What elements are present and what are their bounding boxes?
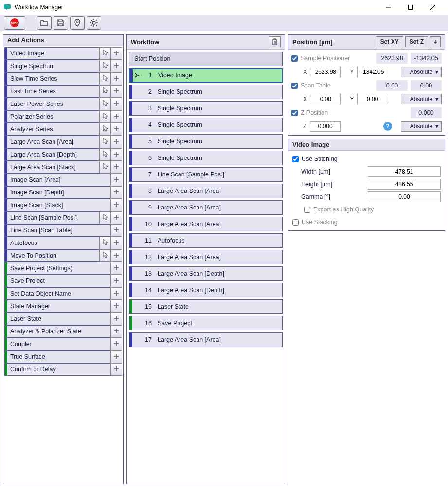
action-item[interactable]: Laser State <box>4 313 111 325</box>
workflow-step[interactable]: 6Single Spectrum <box>129 151 283 165</box>
action-item[interactable]: Image Scan [Stack] <box>4 199 111 211</box>
action-item[interactable]: Autofocus <box>4 237 100 249</box>
action-item[interactable]: Confirm or Delay <box>4 363 111 376</box>
open-button[interactable] <box>37 16 52 30</box>
delete-step-button[interactable] <box>269 36 281 47</box>
vi-height-input[interactable] <box>368 179 441 190</box>
pick-position-button[interactable] <box>99 60 111 72</box>
help-icon[interactable]: ? <box>383 122 392 131</box>
workflow-step[interactable]: 5Single Spectrum <box>129 134 283 149</box>
sample-positioner-y-input[interactable] <box>357 67 388 77</box>
add-action-button[interactable] <box>110 363 122 376</box>
add-action-button[interactable] <box>110 300 122 313</box>
scan-table-checkbox[interactable] <box>291 83 298 89</box>
workflow-step[interactable]: 15Laser State <box>129 299 283 314</box>
workflow-step[interactable]: 8Large Area Scan [Area] <box>129 184 283 198</box>
pick-position-button[interactable] <box>99 47 111 60</box>
workflow-step[interactable]: 12Large Area Scan [Area] <box>129 250 283 264</box>
workflow-step[interactable]: 16Save Project <box>129 316 283 330</box>
pick-position-button[interactable] <box>99 110 111 123</box>
workflow-step[interactable]: 9Large Area Scan [Area] <box>129 200 283 215</box>
action-item[interactable]: Large Area Scan [Area] <box>4 136 100 148</box>
action-item[interactable]: Polarizer Series <box>4 110 100 123</box>
pick-position-button[interactable] <box>99 148 111 161</box>
vi-width-input[interactable] <box>368 166 441 177</box>
action-item[interactable]: Line Scan [Scan Table] <box>4 224 111 237</box>
add-action-button[interactable] <box>110 224 122 237</box>
sample-positioner-mode-select[interactable]: Absolute ▾ <box>401 67 442 77</box>
pick-position-button[interactable] <box>99 98 111 110</box>
workflow-step[interactable]: 13Large Area Scan [Depth] <box>129 266 283 281</box>
add-action-button[interactable] <box>110 249 122 262</box>
pick-position-button[interactable] <box>99 136 111 148</box>
close-button[interactable] <box>422 0 444 15</box>
add-action-button[interactable] <box>110 186 122 199</box>
add-action-button[interactable] <box>110 161 122 174</box>
z-position-mode-select[interactable]: Absolute ▾ <box>401 121 442 132</box>
action-item[interactable]: Coupler <box>4 338 111 350</box>
action-item[interactable]: Save Project (Settings) <box>4 262 111 275</box>
add-action-button[interactable] <box>110 237 122 249</box>
add-action-button[interactable] <box>110 262 122 275</box>
action-item[interactable]: Analyzer Series <box>4 123 100 136</box>
set-xy-button[interactable]: Set XY <box>376 36 403 47</box>
workflow-step[interactable]: 4Single Spectrum <box>129 118 283 132</box>
add-action-button[interactable] <box>110 47 122 60</box>
add-action-button[interactable] <box>110 287 122 300</box>
down-arrow-button[interactable] <box>430 36 441 47</box>
pick-position-button[interactable] <box>99 85 111 98</box>
add-action-button[interactable] <box>110 85 122 98</box>
action-item[interactable]: Image Scan [Depth] <box>4 186 111 199</box>
add-action-button[interactable] <box>110 350 122 363</box>
add-action-button[interactable] <box>110 98 122 110</box>
pick-position-button[interactable] <box>99 72 111 85</box>
action-item[interactable]: State Manager <box>4 300 111 313</box>
action-item[interactable]: Video Image <box>4 47 100 60</box>
action-item[interactable]: Line Scan [Sample Pos.] <box>4 211 100 224</box>
action-item[interactable]: Fast Time Series <box>4 85 100 98</box>
workflow-step[interactable]: 14Large Area Scan [Depth] <box>129 283 283 297</box>
action-item[interactable]: Move To Position <box>4 249 100 262</box>
sample-positioner-x-input[interactable] <box>310 67 341 77</box>
pick-position-button[interactable] <box>99 211 111 224</box>
marker-button[interactable] <box>70 16 85 30</box>
add-action-button[interactable] <box>110 60 122 72</box>
action-item[interactable]: Save Project <box>4 275 111 287</box>
workflow-step[interactable]: 2Single Spectrum <box>129 85 283 99</box>
add-action-button[interactable] <box>110 275 122 287</box>
add-action-button[interactable] <box>110 123 122 136</box>
workflow-step[interactable]: 7Line Scan [Sample Pos.] <box>129 167 283 182</box>
add-action-button[interactable] <box>110 148 122 161</box>
add-action-button[interactable] <box>110 72 122 85</box>
scan-table-y-input[interactable] <box>357 94 388 104</box>
workflow-start-item[interactable]: Start Position <box>129 52 283 66</box>
pick-position-button[interactable] <box>99 123 111 136</box>
action-item[interactable]: Single Spectrum <box>4 60 100 72</box>
z-position-input[interactable] <box>310 121 341 132</box>
action-item[interactable]: Set Data Object Name <box>4 287 111 300</box>
add-action-button[interactable] <box>110 136 122 148</box>
scan-table-x-input[interactable] <box>310 94 341 104</box>
export-hq-checkbox[interactable] <box>304 207 310 213</box>
sample-positioner-checkbox[interactable] <box>291 55 298 62</box>
minimize-button[interactable] <box>377 0 399 15</box>
action-item[interactable]: Image Scan [Area] <box>4 174 111 186</box>
maximize-button[interactable] <box>399 0 422 15</box>
action-item[interactable]: True Surface <box>4 350 111 363</box>
add-action-button[interactable] <box>110 199 122 211</box>
workflow-step[interactable]: 3Single Spectrum <box>129 101 283 116</box>
add-action-button[interactable] <box>110 338 122 350</box>
action-item[interactable]: Analyzer & Polarizer State <box>4 325 111 338</box>
pick-position-button[interactable] <box>99 237 111 249</box>
add-action-button[interactable] <box>110 325 122 338</box>
vi-gamma-input[interactable] <box>368 191 441 202</box>
settings-button[interactable] <box>87 16 101 30</box>
pick-position-button[interactable] <box>99 161 111 174</box>
workflow-step[interactable]: 11Autofocus <box>129 233 283 248</box>
workflow-step[interactable]: 10Large Area Scan [Area] <box>129 217 283 231</box>
use-stacking-checkbox[interactable] <box>292 219 299 226</box>
action-item[interactable]: Slow Time Series <box>4 72 100 85</box>
stop-button[interactable]: Stop <box>4 16 25 30</box>
action-item[interactable]: Large Area Scan [Stack] <box>4 161 100 174</box>
scan-table-mode-select[interactable]: Absolute ▾ <box>401 94 442 104</box>
